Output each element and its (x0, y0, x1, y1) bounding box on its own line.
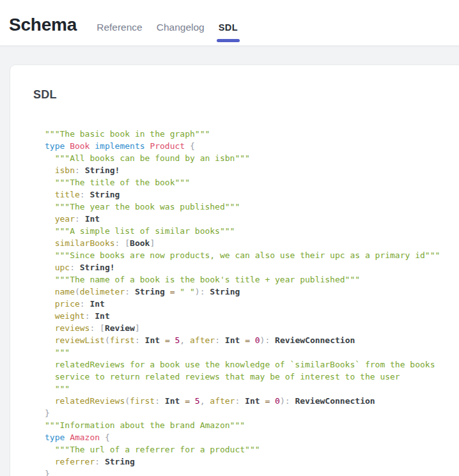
tab-sdl-label: SDL (219, 22, 238, 33)
code-line: } (45, 468, 446, 476)
code-line: """The name of a book is the book's titl… (45, 273, 446, 286)
code-line: title: String (45, 188, 446, 201)
code-line: """A simple list of similar books""" (45, 225, 446, 237)
code-line: reviewList(first: Int = 5, after: Int = … (45, 334, 446, 346)
code-line: """Information about the brand Amazon""" (45, 419, 446, 431)
code-line: similarBooks: [Book] (45, 237, 446, 249)
code-line: relatedReviews(first: Int = 5, after: In… (45, 395, 446, 407)
code-line: price: Int (45, 298, 446, 310)
tab-reference[interactable]: Reference (97, 21, 143, 34)
code-line: """The title of the book""" (45, 176, 446, 188)
code-line: """The basic book in the graph""" (45, 128, 446, 140)
code-line: year: Int (45, 213, 446, 225)
code-line: """The url of a referrer for a product""… (45, 443, 446, 456)
code-line: type Book implements Product { (45, 140, 446, 152)
code-line: weight: Int (45, 310, 446, 322)
content-area: SDL """The basic book in the graph"""typ… (0, 46, 459, 476)
code-line: name(delimeter: String = " "): String (45, 286, 446, 298)
schema-header: Schema Reference Changelog SDL (0, 0, 459, 46)
sdl-code-block: """The basic book in the graph"""type Bo… (45, 128, 446, 476)
code-line: """ (45, 383, 446, 395)
code-line: relatedReviews for a book use the knowle… (45, 358, 446, 371)
sdl-card: SDL """The basic book in the graph"""typ… (10, 65, 459, 476)
code-line: """ (45, 346, 446, 358)
code-line: reviews: [Review] (45, 322, 446, 334)
code-line: isbn: String! (45, 164, 446, 176)
code-line: upc: String! (45, 261, 446, 273)
active-tab-indicator (217, 39, 240, 42)
code-line: service to return related reviews that m… (45, 371, 446, 383)
page-title: Schema (9, 15, 77, 35)
code-line: } (45, 407, 446, 419)
tab-sdl[interactable]: SDL (219, 21, 238, 34)
code-line: """The year the book was published""" (45, 201, 446, 213)
tab-bar: Reference Changelog SDL (97, 21, 238, 34)
sdl-heading: SDL (33, 87, 446, 102)
code-line: type Amazon { (45, 431, 446, 443)
tab-changelog[interactable]: Changelog (157, 21, 205, 34)
code-line: """Since books are now products, we can … (45, 249, 446, 261)
code-line: referrer: String (45, 456, 446, 468)
code-line: """All books can be found by an isbn""" (45, 152, 446, 164)
